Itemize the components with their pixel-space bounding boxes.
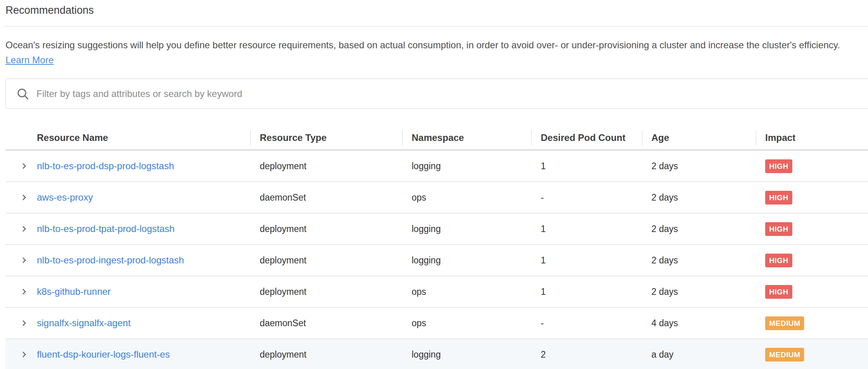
resource-name-link[interactable]: nlb-to-es-prod-ingest-prod-logstash bbox=[37, 255, 250, 266]
namespace-cell: ops bbox=[402, 287, 531, 297]
recommendations-table: Resource Name Resource Type Namespace De… bbox=[5, 126, 868, 369]
header-divider bbox=[3, 26, 868, 27]
pod-count-cell: 2 bbox=[531, 349, 642, 360]
search-input[interactable] bbox=[36, 88, 868, 99]
age-cell: 2 days bbox=[642, 287, 756, 297]
resource-type-cell: daemonSet bbox=[250, 192, 402, 203]
resource-name-link[interactable]: fluent-dsp-kourier-logs-fluent-es bbox=[37, 349, 250, 360]
expand-row-button[interactable] bbox=[5, 350, 37, 359]
age-cell: 2 days bbox=[642, 224, 756, 234]
search-bar[interactable] bbox=[5, 79, 868, 109]
expand-row-button[interactable] bbox=[5, 256, 37, 265]
resource-name-link[interactable]: aws-es-proxy bbox=[37, 192, 250, 203]
table-row[interactable]: nlb-to-es-prod-dsp-prod-logstash deploym… bbox=[5, 151, 868, 182]
expand-row-button[interactable] bbox=[5, 162, 37, 170]
namespace-cell: ops bbox=[402, 318, 531, 329]
table-row[interactable]: nlb-to-es-prod-tpat-prod-logstash deploy… bbox=[5, 214, 868, 245]
table-row[interactable]: signalfx-signalfx-agent daemonSet ops - … bbox=[5, 308, 868, 339]
chevron-right-icon bbox=[20, 193, 28, 202]
resource-name-link[interactable]: nlb-to-es-prod-dsp-prod-logstash bbox=[37, 161, 250, 172]
pod-count-cell: - bbox=[531, 318, 642, 329]
chevron-right-icon bbox=[20, 225, 28, 233]
age-cell: 4 days bbox=[642, 318, 756, 329]
pod-count-cell: 1 bbox=[531, 255, 642, 266]
resource-type-cell: deployment bbox=[250, 224, 402, 234]
resource-type-cell: deployment bbox=[250, 287, 402, 297]
table-row[interactable]: k8s-github-runner deployment ops 1 2 day… bbox=[5, 276, 868, 308]
pod-count-cell: 1 bbox=[531, 161, 642, 172]
age-cell: a day bbox=[642, 349, 756, 360]
resource-type-cell: deployment bbox=[250, 255, 402, 266]
pod-count-cell: 1 bbox=[531, 287, 642, 297]
column-header-resource-name[interactable]: Resource Name bbox=[37, 126, 250, 149]
search-icon bbox=[16, 87, 29, 100]
column-header-desired-pod-count[interactable]: Desired Pod Count bbox=[531, 126, 642, 149]
impact-badge: MEDIUM bbox=[765, 316, 804, 330]
resource-name-link[interactable]: signalfx-signalfx-agent bbox=[37, 318, 250, 329]
namespace-cell: logging bbox=[402, 255, 531, 266]
recommendations-page: Recommendations Ocean's resizing suggest… bbox=[0, 0, 868, 369]
impact-badge: HIGH bbox=[765, 254, 792, 267]
impact-badge: HIGH bbox=[765, 222, 792, 236]
pod-count-cell: 1 bbox=[531, 224, 642, 234]
description-text: Ocean's resizing suggestions will help y… bbox=[5, 40, 840, 50]
column-header-expand bbox=[5, 126, 37, 149]
namespace-cell: logging bbox=[402, 161, 531, 172]
pod-count-cell: - bbox=[531, 192, 642, 203]
expand-row-button[interactable] bbox=[5, 319, 37, 327]
column-header-namespace[interactable]: Namespace bbox=[402, 126, 531, 149]
column-header-impact[interactable]: Impact bbox=[756, 126, 868, 149]
expand-row-button[interactable] bbox=[5, 193, 37, 202]
chevron-right-icon bbox=[20, 162, 28, 170]
age-cell: 2 days bbox=[642, 161, 756, 172]
impact-badge: MEDIUM bbox=[765, 348, 804, 362]
column-header-resource-type[interactable]: Resource Type bbox=[250, 126, 402, 149]
table-row[interactable]: nlb-to-es-prod-ingest-prod-logstash depl… bbox=[5, 245, 868, 276]
chevron-right-icon bbox=[20, 319, 28, 327]
resource-name-link[interactable]: nlb-to-es-prod-tpat-prod-logstash bbox=[37, 223, 250, 234]
learn-more-link[interactable]: Learn More bbox=[5, 55, 54, 65]
page-description: Ocean's resizing suggestions will help y… bbox=[5, 38, 863, 68]
age-cell: 2 days bbox=[642, 192, 756, 203]
impact-badge: HIGH bbox=[765, 191, 792, 205]
namespace-cell: ops bbox=[402, 192, 531, 203]
resource-type-cell: deployment bbox=[250, 161, 402, 172]
chevron-right-icon bbox=[20, 350, 28, 359]
page-title: Recommendations bbox=[5, 4, 868, 16]
impact-badge: HIGH bbox=[765, 159, 792, 173]
resource-type-cell: daemonSet bbox=[250, 318, 402, 329]
resource-name-link[interactable]: k8s-github-runner bbox=[37, 286, 250, 297]
expand-row-button[interactable] bbox=[5, 225, 37, 233]
chevron-right-icon bbox=[20, 256, 28, 265]
impact-badge: HIGH bbox=[765, 285, 792, 299]
column-header-age[interactable]: Age bbox=[642, 126, 756, 149]
namespace-cell: logging bbox=[402, 224, 531, 234]
table-row[interactable]: fluent-dsp-kourier-logs-fluent-es deploy… bbox=[5, 339, 868, 369]
table-row[interactable]: aws-es-proxy daemonSet ops - 2 days HIGH bbox=[5, 182, 868, 214]
expand-row-button[interactable] bbox=[5, 287, 37, 296]
namespace-cell: logging bbox=[402, 349, 531, 360]
chevron-right-icon bbox=[20, 287, 28, 296]
resource-type-cell: deployment bbox=[250, 349, 402, 360]
table-header-row: Resource Name Resource Type Namespace De… bbox=[5, 126, 868, 151]
age-cell: 2 days bbox=[642, 255, 756, 266]
